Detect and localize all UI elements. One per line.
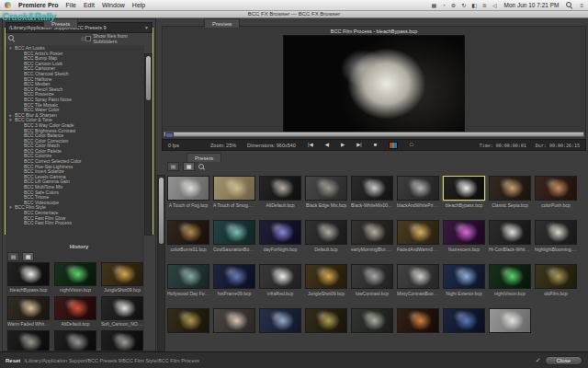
sync-icon[interactable]: ↻: [461, 3, 466, 8]
history-item[interactable]: nightVision.bcp: [54, 262, 96, 293]
search-icon[interactable]: [8, 35, 15, 41]
preset-thumbnail[interactable]: [305, 176, 347, 201]
notification-center-icon[interactable]: ≡: [580, 3, 583, 8]
preset-thumbnail[interactable]: [397, 220, 439, 245]
settings-icon[interactable]: ⚙: [451, 3, 456, 8]
menu-item-help[interactable]: Help: [132, 2, 145, 8]
preset-item[interactable]: WashedOutBlack-Whi...: [488, 308, 532, 334]
history-thumbnail[interactable]: [101, 296, 143, 320]
preset-item[interactable]: Twilight Time.bcp: [396, 308, 440, 334]
preset-thumbnail[interactable]: [167, 264, 209, 289]
preset-thumbnail[interactable]: [535, 220, 577, 245]
preset-item[interactable]: nightVision.bcp: [488, 264, 532, 296]
history-item[interactable]: JungleShot09.bcp: [101, 262, 143, 293]
presets-scrollbar[interactable]: [157, 175, 165, 351]
history-item[interactable]: [7, 330, 50, 351]
preset-item[interactable]: MistyContrastBoost09...: [396, 264, 440, 296]
grid-view-icon[interactable]: ▦: [22, 252, 34, 261]
preset-thumbnail[interactable]: [213, 220, 255, 245]
battery-icon[interactable]: ◧: [471, 3, 477, 8]
preset-item[interactable]: AltDefault.bcp: [258, 176, 302, 208]
history-thumbnail[interactable]: [54, 262, 96, 286]
preset-item[interactable]: hotFrame09.bcp: [212, 264, 256, 296]
menu-item-window[interactable]: Window: [102, 2, 125, 8]
chevron-down-icon[interactable]: ▾: [8, 205, 13, 211]
preset-item[interactable]: FadedAndWarm00.bcp: [396, 220, 440, 252]
preset-item[interactable]: dayForNight.bcp: [258, 220, 302, 252]
chevron-down-icon[interactable]: ▾: [8, 46, 13, 52]
spotlight-search-icon[interactable]: [566, 2, 572, 8]
preset-item[interactable]: lowContrast.bcp: [350, 264, 394, 296]
history-thumbnail[interactable]: [7, 330, 50, 351]
preset-thumbnail[interactable]: [397, 264, 439, 289]
history-item[interactable]: [101, 330, 143, 351]
history-thumbnail[interactable]: [54, 330, 96, 351]
preset-item[interactable]: colorBurns01.bcp: [166, 220, 210, 252]
preset-path-dropdown[interactable]: /Library/Application Support/BCC Presets…: [6, 22, 153, 33]
grid-view-icon[interactable]: ▦: [183, 162, 195, 171]
preset-item[interactable]: SepiaWithMix00.bcp: [304, 308, 348, 334]
preset-thumbnail[interactable]: [351, 264, 393, 289]
tree-scrollbar[interactable]: [144, 53, 153, 236]
display-icon[interactable]: ▦: [431, 3, 436, 8]
preset-thumbnail[interactable]: [167, 176, 209, 201]
show-subfolders-option[interactable]: Show files from Subfolders: [85, 33, 153, 44]
preset-item[interactable]: Classic Sepia.bcp: [488, 176, 532, 208]
preset-thumbnail[interactable]: [213, 264, 255, 289]
preset-thumbnail[interactable]: [397, 176, 439, 201]
presets-scrollbar-thumb[interactable]: [159, 178, 164, 244]
tree-item[interactable]: BCC Fast Film Process: [6, 221, 144, 226]
preset-item[interactable]: Hollywood Day For Nig...: [166, 264, 210, 296]
preset-item[interactable]: A Touch of Smog.bcp: [212, 176, 256, 208]
history-item[interactable]: [54, 330, 96, 351]
chevron-down-icon[interactable]: ▾: [8, 118, 13, 123]
tab-preview[interactable]: Preview: [204, 18, 240, 28]
preset-item[interactable]: CoolSaturationBoost0...: [212, 220, 256, 252]
checkbox-icon[interactable]: [85, 36, 91, 41]
preset-thumbnail[interactable]: [351, 176, 393, 201]
preset-thumbnail[interactable]: [259, 264, 301, 289]
preset-thumbnail[interactable]: [305, 220, 347, 245]
preset-item[interactable]: infraRed.bcp: [258, 264, 302, 296]
apply-check-icon[interactable]: ✓: [536, 357, 541, 364]
preset-thumbnail[interactable]: [535, 264, 577, 289]
history-item[interactable]: AltDefault.bcp: [54, 296, 96, 327]
menu-item-file[interactable]: File: [66, 2, 76, 8]
preset-item[interactable]: earlyMorningBlur.bcp: [350, 220, 394, 252]
step-back-button[interactable]: ◀: [325, 143, 329, 148]
preset-item[interactable]: shadowDiffusion.bcp: [350, 308, 394, 334]
preset-thumbnail[interactable]: [489, 176, 531, 201]
preset-thumbnail[interactable]: [443, 220, 485, 245]
history-thumbnail[interactable]: [101, 330, 143, 351]
history-item[interactable]: Soft_Cartoon_NO_Line...: [101, 296, 143, 327]
volume-icon[interactable]: ◁: [492, 3, 497, 8]
preset-thumbnail[interactable]: [443, 176, 485, 201]
rgb-channels-button[interactable]: [389, 142, 398, 149]
preset-item[interactable]: A Touch of Fog.bcp: [166, 176, 210, 208]
preset-item[interactable]: PaleBlue00.bcp: [258, 308, 302, 334]
play-button[interactable]: ▶: [341, 143, 345, 148]
preset-item[interactable]: Default.bcp: [304, 220, 348, 252]
preset-item[interactable]: Night Exterior.bcp: [442, 264, 486, 296]
reset-button[interactable]: Reset: [6, 358, 20, 363]
preset-thumbnail[interactable]: [443, 264, 485, 289]
history-item[interactable]: Warm Faded White.bcp: [7, 296, 50, 327]
apple-menu-icon[interactable]: [5, 2, 11, 8]
preset-item[interactable]: fluorescent.bcp: [442, 220, 486, 252]
history-thumbnail[interactable]: [101, 262, 143, 286]
preset-item[interactable]: Hi-ConBlack-White0...: [488, 220, 532, 252]
window-title-bar[interactable]: BCC FX Browser — BCC FX Browser: [0, 10, 588, 18]
list-view-icon[interactable]: ▤: [7, 252, 19, 261]
preset-thumbnail[interactable]: [397, 308, 439, 333]
go-to-start-button[interactable]: |◀: [308, 143, 313, 148]
preset-item[interactable]: blackAndWhitePrint.bcp: [396, 176, 440, 208]
preset-thumbnail[interactable]: [351, 220, 393, 245]
preset-item[interactable]: OverSaturated-Crosse...: [212, 308, 256, 334]
preset-thumbnail[interactable]: [443, 308, 485, 333]
menu-app-name[interactable]: Premiere Pro: [18, 2, 59, 8]
preset-item[interactable]: Black-WhiteMix00.bcp: [350, 176, 394, 208]
loop-button[interactable]: □: [410, 143, 413, 148]
preset-thumbnail[interactable]: [167, 220, 209, 245]
timeline-scrub-bar[interactable]: [164, 132, 584, 137]
history-thumbnail[interactable]: [54, 296, 96, 320]
